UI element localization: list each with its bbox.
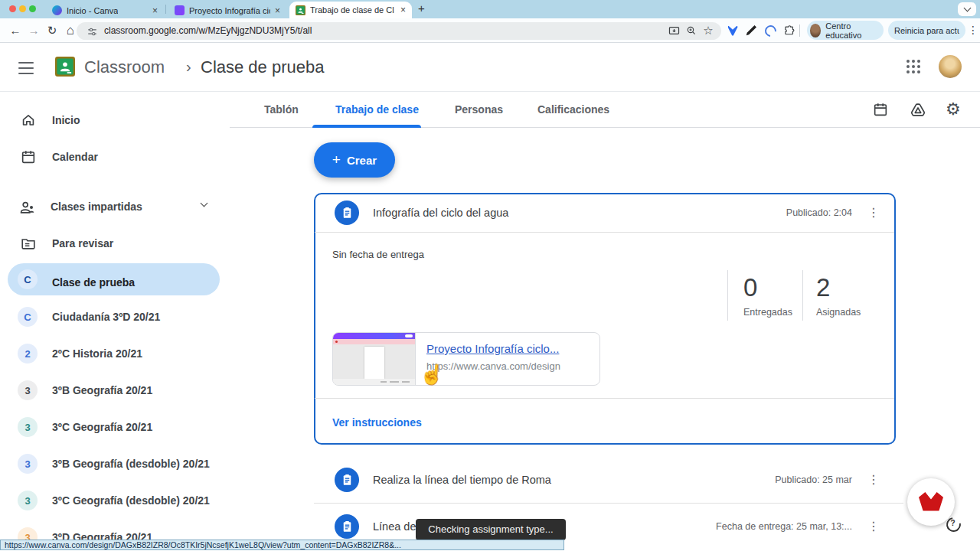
profile-name: Centro educativo [825, 21, 876, 40]
extension-v-icon[interactable] [724, 21, 742, 40]
sidebar-item-class[interactable]: 3ºC Geografía 20/21 [52, 414, 152, 440]
browser-menu-kebab-icon[interactable]: ⋮ [968, 21, 978, 40]
zoom-page-icon[interactable] [682, 21, 701, 40]
reload-button[interactable]: ↻ [43, 18, 61, 43]
assignment-icon [335, 468, 359, 492]
create-button[interactable]: + Crear [314, 142, 395, 178]
breadcrumb-separator-icon: › [186, 58, 191, 76]
stat-turned-in-label: Entregadas [743, 307, 792, 318]
sidebar-item-para-revisar[interactable]: Para revisar [52, 230, 113, 256]
assignment-row-meta: Fecha de entrega: 25 mar, 13:... [689, 514, 852, 539]
view-instructions-link[interactable]: Ver instrucciones [332, 416, 422, 429]
due-date-label: Sin fecha de entrega [332, 249, 424, 260]
bookmark-star-icon[interactable]: ☆ [699, 21, 717, 40]
classroom-logo-icon [55, 57, 75, 77]
tab-close-icon[interactable]: × [275, 6, 280, 15]
window-zoom-button[interactable] [29, 5, 36, 12]
assignment-row-title[interactable]: Línea del [373, 514, 419, 539]
breadcrumb-course-name[interactable]: Clase de prueba [201, 57, 324, 77]
window-close-button[interactable] [9, 5, 16, 12]
stat-turned-in-value: 0 [743, 273, 757, 302]
attachment-thumbnail[interactable] [333, 333, 416, 385]
tab-search-chevron-button[interactable] [958, 2, 976, 16]
tab-tablon[interactable]: Tablón [264, 92, 299, 127]
assignment-kebab-icon[interactable]: ⋮ [867, 468, 880, 492]
canva-design-favicon-icon [175, 5, 185, 15]
class-avatar: 3 [18, 380, 38, 400]
calendar-icon [20, 148, 37, 165]
active-tab-underline [312, 125, 421, 128]
new-tab-button[interactable]: + [418, 2, 425, 15]
browser-tab-canva-home[interactable]: Inicio - Canva × [46, 2, 164, 18]
assignment-row-meta: Publicado: 25 mar [689, 468, 852, 492]
tab-calificaciones[interactable]: Calificaciones [537, 92, 609, 127]
tab-title: Proyecto Infografía ciclo del a [189, 6, 270, 15]
tab-title: Inicio - Canva [67, 6, 118, 15]
class-avatar: 3 [18, 491, 38, 510]
relaunch-to-update-button[interactable]: Reinicia para actualizar [888, 21, 965, 40]
hand-cursor-icon: ☝ [418, 361, 446, 387]
calendar-icon[interactable] [871, 100, 890, 119]
sidebar-item-inicio[interactable]: Inicio [52, 107, 80, 133]
attachment-link[interactable]: Proyecto Infografía ciclo... [426, 342, 559, 355]
browser-tab-canva-design[interactable]: Proyecto Infografía ciclo del a × [168, 2, 286, 18]
settings-gear-icon[interactable]: ⚙ [946, 99, 961, 119]
browser-profile-chip[interactable]: Centro educativo [807, 21, 884, 40]
class-drive-folder-icon[interactable] [909, 100, 927, 119]
sidebar-item-class[interactable]: 3ºC Geografía (desdoble) 20/21 [52, 487, 210, 514]
tab-close-icon[interactable]: × [152, 6, 158, 15]
relaunch-label: Reinicia para actualizar [894, 26, 959, 35]
stat-assigned-value: 2 [816, 273, 830, 302]
create-label: Crear [347, 154, 377, 167]
sidebar-section-clases-impartidas[interactable]: Clases impartidas [51, 194, 142, 220]
back-button[interactable]: ← [6, 18, 24, 43]
status-tooltip: Checking assignment type... [416, 519, 566, 540]
stats-divider [727, 270, 728, 321]
class-avatar: C [18, 269, 38, 289]
tab-personas[interactable]: Personas [455, 92, 503, 127]
app-name-link[interactable]: Classroom [84, 57, 165, 77]
assignment-icon [335, 514, 359, 539]
assignment-kebab-icon[interactable]: ⋮ [867, 201, 880, 225]
sidebar-item-clase-de-prueba[interactable]: Clase de prueba [52, 266, 135, 298]
tab-trabajo-de-clase[interactable]: Trabajo de clase [335, 92, 419, 127]
teacher-people-icon [18, 198, 35, 215]
question-icon: ? [947, 517, 959, 529]
sidebar-item-class[interactable]: 3ºB Geografía 20/21 [52, 377, 152, 403]
extension-swirl-icon[interactable] [761, 21, 779, 40]
home-icon [20, 112, 37, 129]
assignment-row-title[interactable]: Realiza la línea del tiempo de Roma [373, 468, 551, 492]
attachment-url: https://www.canva.com/design [426, 360, 560, 372]
extensions-puzzle-icon[interactable] [779, 21, 798, 40]
browser-tab-classroom-active[interactable]: Trabajo de clase de Clase de × [289, 2, 412, 18]
toolbar-divider [799, 24, 800, 37]
sidebar-item-class[interactable]: 2ºC Historia 20/21 [52, 341, 142, 367]
chevron-down-icon [963, 5, 971, 12]
extension-pen-icon[interactable] [742, 21, 760, 40]
card-footer-divider [315, 398, 894, 399]
class-avatar: 3 [18, 454, 38, 474]
sidebar-item-calendar[interactable]: Calendar [52, 144, 98, 170]
tab-close-icon[interactable]: × [400, 5, 406, 15]
tab-separator [165, 5, 166, 14]
account-avatar[interactable] [939, 55, 962, 78]
assignment-title[interactable]: Infografía del ciclo del agua [373, 201, 508, 225]
link-status-bar: https://www.canva.com/design/DAGxB82IZR8… [0, 540, 564, 550]
forward-button[interactable]: → [24, 18, 43, 43]
save-to-device-icon[interactable] [665, 21, 683, 40]
assignment-kebab-icon[interactable]: ⋮ [867, 514, 880, 539]
sidebar-item-class[interactable]: Ciudadanía 3ºD 20/21 [52, 304, 160, 330]
browser-tab-strip: Inicio - Canva × Proyecto Infografía cic… [0, 0, 980, 18]
assignment-published-meta: Publicado: 2:04 [689, 201, 852, 225]
url-text[interactable]: classroom.google.com/w/MzEyNjgzNDU3MjY5/… [104, 22, 312, 40]
class-avatar: C [18, 307, 38, 327]
window-minimize-button[interactable] [19, 5, 26, 12]
main-menu-hamburger-button[interactable] [18, 62, 34, 74]
card-header-divider [315, 232, 894, 233]
site-settings-tune-icon[interactable] [83, 22, 101, 41]
google-apps-grid-icon[interactable] [906, 60, 920, 73]
assignment-card-expanded[interactable] [314, 193, 896, 445]
to-review-folder-icon [20, 235, 37, 252]
classroom-favicon-icon [296, 5, 305, 15]
sidebar-item-class[interactable]: 3ºB Geografía (desdoble) 20/21 [52, 451, 210, 477]
